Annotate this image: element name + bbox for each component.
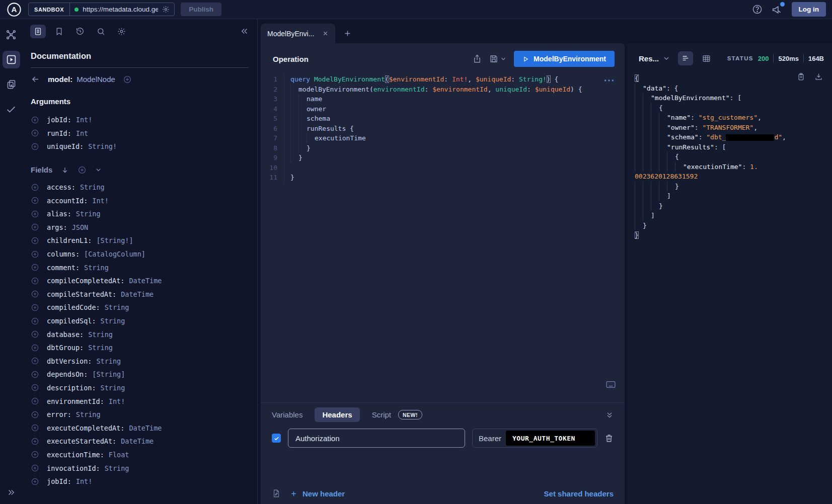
field-row[interactable]: dbtVersion: String [31, 355, 249, 368]
add-field-icon[interactable] [31, 370, 39, 379]
add-field-icon[interactable] [31, 464, 39, 472]
argument-type[interactable]: Int [76, 129, 88, 137]
add-field-icon[interactable] [31, 277, 39, 285]
add-field-icon[interactable] [31, 196, 39, 205]
field-row[interactable]: compiledSql: String [31, 314, 249, 328]
field-row[interactable]: database: String [31, 327, 249, 341]
expand-rail-icon[interactable] [7, 488, 16, 497]
field-row[interactable]: executeStartedAt: DateTime [31, 435, 249, 448]
field-row[interactable]: compiledCode: String [31, 301, 249, 314]
field-type[interactable]: String [76, 410, 101, 418]
fields-options-chevron-icon[interactable] [95, 166, 102, 173]
field-row[interactable]: compileStartedAt: DateTime [31, 288, 249, 301]
run-operation-button[interactable]: ModelByEnvironment [514, 51, 615, 67]
field-type[interactable]: String [84, 264, 109, 272]
field-type[interactable]: [String] [92, 370, 125, 378]
field-type[interactable]: JSON [72, 223, 89, 231]
explorer-settings-gear-icon[interactable] [117, 27, 126, 36]
sort-fields-icon[interactable] [61, 166, 69, 174]
field-type[interactable]: String [101, 384, 125, 392]
new-header-button[interactable]: New header [290, 489, 345, 498]
collapse-docs-icon[interactable] [240, 27, 249, 36]
add-field-icon[interactable] [31, 437, 39, 446]
share-operation-icon[interactable] [473, 54, 482, 63]
field-row[interactable]: access: String [31, 181, 249, 194]
add-field-icon[interactable] [31, 263, 39, 272]
copy-response-icon[interactable] [797, 72, 805, 81]
field-row[interactable]: accountId: Int! [31, 194, 249, 207]
delete-header-icon[interactable] [604, 434, 614, 443]
table-view-icon[interactable] [702, 54, 711, 63]
field-type[interactable]: DateTime [121, 290, 154, 298]
field-type[interactable]: String [80, 183, 105, 191]
field-type[interactable]: DateTime [129, 277, 162, 285]
add-field-icon[interactable] [31, 250, 39, 259]
field-type[interactable]: Float [109, 451, 129, 459]
add-field-icon[interactable] [31, 477, 39, 486]
login-button[interactable]: Log in [792, 2, 826, 17]
set-shared-headers-link[interactable]: Set shared headers [544, 489, 614, 498]
add-argument-icon[interactable] [31, 129, 39, 137]
tab-headers[interactable]: Headers [315, 407, 359, 422]
argument-row[interactable]: runId: Int [31, 127, 249, 140]
add-field-icon[interactable] [31, 383, 39, 392]
field-row[interactable]: dbtGroup: String [31, 341, 249, 355]
editor-more-menu-icon[interactable] [603, 78, 615, 82]
field-row[interactable]: executeCompletedAt: DateTime [31, 421, 249, 435]
field-type[interactable]: String [76, 210, 101, 218]
field-type[interactable]: Int! [76, 477, 93, 485]
add-field-icon[interactable] [31, 357, 39, 365]
endpoint-url-field[interactable]: https://metadata.cloud.get [70, 6, 174, 13]
add-field-icon[interactable] [31, 410, 39, 419]
field-row[interactable]: alias: String [31, 207, 249, 221]
field-type[interactable]: String [105, 464, 129, 472]
graphql-editor[interactable]: 1query ModelByEnvironment($environmentId… [261, 72, 625, 402]
add-field-icon[interactable] [31, 330, 39, 339]
argument-row[interactable]: jobId: Int! [31, 113, 249, 127]
operation-tab[interactable]: ModelByEnvi... [261, 24, 335, 43]
field-row[interactable]: comment: String [31, 261, 249, 274]
field-row[interactable]: invocationId: String [31, 461, 249, 475]
field-type[interactable]: Int! [109, 397, 125, 405]
add-field-icon[interactable] [31, 344, 39, 352]
field-row[interactable]: executionTime: Float [31, 448, 249, 462]
add-field-icon[interactable] [31, 317, 39, 325]
new-tab-icon[interactable] [343, 29, 352, 38]
edit-headers-file-icon[interactable] [272, 489, 281, 498]
add-field-icon[interactable] [31, 223, 39, 231]
add-field-icon[interactable] [31, 183, 39, 192]
add-field-icon[interactable] [31, 236, 39, 245]
collapse-panel-chevrons-icon[interactable] [606, 411, 614, 419]
header-value-input[interactable]: Bearer YOUR_AUTH_TOKEN [472, 429, 597, 448]
download-response-icon[interactable] [814, 72, 823, 81]
response-dropdown-chevron-icon[interactable] [663, 55, 670, 62]
field-row[interactable]: description: String [31, 381, 249, 395]
add-field-icon[interactable] [31, 397, 39, 405]
add-field-icon[interactable] [123, 75, 132, 84]
field-row[interactable]: error: String [31, 408, 249, 422]
field-row[interactable]: columns: [CatalogColumn] [31, 247, 249, 261]
argument-type[interactable]: String! [88, 142, 117, 150]
field-type[interactable]: Int! [92, 197, 109, 205]
auth-token-value[interactable]: YOUR_AUTH_TOKEN [506, 431, 595, 446]
add-field-icon[interactable] [31, 450, 39, 459]
tab-variables[interactable]: Variables [272, 410, 302, 419]
field-row[interactable]: dependsOn: [String] [31, 368, 249, 381]
publish-button[interactable]: Publish [181, 3, 221, 16]
checks-icon[interactable] [6, 104, 17, 115]
header-key-input[interactable] [288, 429, 465, 448]
field-row[interactable]: compileCompletedAt: DateTime [31, 274, 249, 288]
help-icon[interactable] [752, 4, 763, 15]
endpoint-bar[interactable]: SANDBOX https://metadata.cloud.get [28, 3, 175, 16]
field-row[interactable]: jobId: Int! [31, 475, 249, 488]
field-type[interactable]: String [101, 317, 125, 325]
argument-type[interactable]: Int! [76, 116, 93, 124]
tab-script[interactable]: Script [372, 410, 391, 419]
field-row[interactable]: environmentId: Int! [31, 394, 249, 408]
changelog-icon[interactable] [6, 79, 17, 90]
field-row[interactable]: childrenL1: [String!] [31, 234, 249, 247]
field-type[interactable]: String [88, 344, 113, 352]
field-type[interactable]: [CatalogColumn] [84, 250, 145, 258]
search-icon[interactable] [97, 27, 105, 36]
add-argument-icon[interactable] [31, 142, 39, 151]
